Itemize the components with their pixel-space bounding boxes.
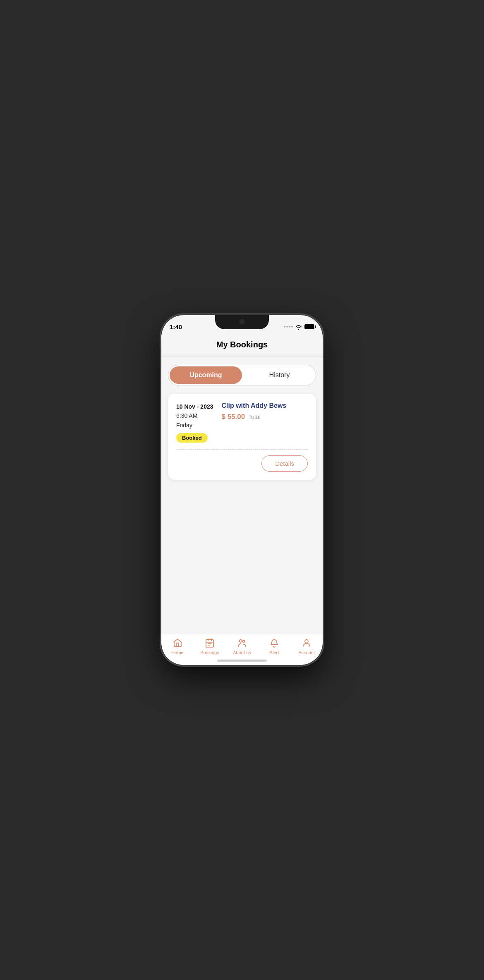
bell-icon (269, 638, 280, 648)
signal-icon (284, 326, 293, 327)
booking-card: 10 Nov - 2023 6:30 AM Friday Booked Clip… (168, 394, 316, 480)
details-btn-row: Details (176, 455, 308, 472)
svg-rect-0 (206, 640, 213, 647)
nav-item-about[interactable]: About us (226, 638, 258, 655)
nav-item-account[interactable]: Account (290, 638, 323, 655)
status-time: 1:40 (170, 323, 182, 330)
notch (215, 315, 269, 329)
nav-label-bookings: Bookings (200, 650, 219, 655)
phone-screen: 1:40 M (161, 315, 323, 665)
svg-point-2 (243, 640, 245, 643)
battery-icon (304, 324, 314, 329)
nav-item-bookings[interactable]: Bookings (194, 638, 226, 655)
home-indicator (217, 660, 267, 662)
tab-upcoming[interactable]: Upcoming (170, 366, 242, 384)
booking-time: 6:30 AM (176, 411, 213, 420)
status-icons (284, 324, 314, 329)
booking-day: Friday (176, 421, 213, 430)
booking-info: Clip with Addy Bews $ 55.00 Total (222, 402, 308, 443)
svg-point-3 (305, 640, 308, 643)
nav-label-account: Account (298, 650, 315, 655)
person-icon (301, 638, 312, 648)
booking-date-text: 10 Nov - 2023 (176, 402, 213, 411)
details-button[interactable]: Details (261, 455, 308, 472)
booking-date: 10 Nov - 2023 6:30 AM Friday Booked (176, 402, 213, 443)
tab-switcher: Upcoming History (168, 365, 316, 385)
nav-item-home[interactable]: Home (161, 638, 194, 655)
main-content: My Bookings Upcoming History 10 Nov - 20… (161, 333, 323, 633)
nav-item-alert[interactable]: Alert (258, 638, 290, 655)
svg-point-1 (240, 640, 242, 642)
content-spacer (161, 486, 323, 633)
status-badge: Booked (176, 433, 208, 443)
phone-frame: 1:40 M (161, 315, 323, 665)
people-icon (237, 638, 247, 648)
home-icon (172, 638, 183, 648)
nav-label-home: Home (171, 650, 183, 655)
booking-price-row: $ 55.00 Total (222, 413, 308, 421)
nav-label-alert: Alert (270, 650, 279, 655)
wifi-icon (295, 324, 302, 329)
calendar-icon (204, 638, 215, 648)
booking-service: Clip with Addy Bews (222, 402, 308, 409)
booking-total-label: Total (248, 414, 261, 420)
tab-history[interactable]: History (243, 365, 316, 385)
nav-label-about: About us (233, 650, 251, 655)
booking-price: $ 55.00 (222, 413, 245, 421)
camera (240, 319, 244, 324)
page-title: My Bookings (161, 333, 323, 356)
card-divider (176, 449, 308, 450)
booking-card-top: 10 Nov - 2023 6:30 AM Friday Booked Clip… (176, 402, 308, 443)
